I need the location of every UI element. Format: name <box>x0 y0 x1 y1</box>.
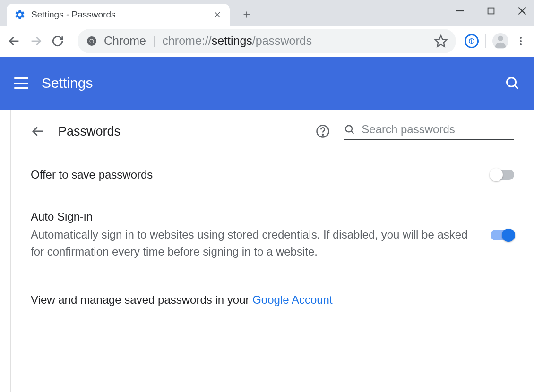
browser-tab[interactable]: Settings - Passwords <box>7 4 230 26</box>
svg-rect-5 <box>488 8 494 14</box>
svg-point-20 <box>507 78 516 87</box>
toolbar-divider <box>485 34 486 48</box>
setting-label: Offer to save passwords <box>31 168 476 181</box>
account-link-row: View and manage saved passwords in your … <box>11 274 534 316</box>
account-link-prefix: View and manage saved passwords in your <box>31 293 252 306</box>
address-text: Chrome | chrome://settings/passwords <box>104 34 312 48</box>
nav-back-button[interactable] <box>8 34 21 48</box>
toggle-knob <box>502 229 515 242</box>
setting-offer-save: Offer to save passwords <box>11 154 534 196</box>
extension-icon[interactable] <box>465 34 479 48</box>
settings-title: Settings <box>42 75 93 91</box>
toolbar-right <box>465 33 526 49</box>
chrome-icon <box>86 35 97 47</box>
omnibox-label: Chrome <box>104 34 146 48</box>
auto-signin-toggle[interactable] <box>491 230 514 240</box>
setting-text: Offer to save passwords <box>31 168 491 181</box>
page-heading: Passwords <box>58 124 121 139</box>
svg-point-19 <box>520 43 522 45</box>
toggle-knob <box>490 168 503 181</box>
help-icon[interactable] <box>316 124 330 138</box>
address-bar[interactable]: Chrome | chrome://settings/passwords <box>78 29 456 53</box>
password-search-box[interactable] <box>344 123 514 140</box>
url-sub: /passwords <box>252 34 312 48</box>
password-search-input[interactable] <box>362 123 514 136</box>
browser-toolbar: Chrome | chrome://settings/passwords <box>0 26 534 57</box>
minimize-button[interactable] <box>453 4 467 18</box>
window-controls <box>453 4 529 18</box>
svg-line-21 <box>515 85 518 89</box>
url-path: settings <box>212 34 252 48</box>
url-scheme: chrome:// <box>162 34 211 48</box>
bookmark-star-icon[interactable] <box>434 34 448 48</box>
profile-avatar[interactable] <box>492 33 508 49</box>
google-account-link[interactable]: Google Account <box>252 293 332 306</box>
gear-icon <box>14 9 26 20</box>
close-icon[interactable] <box>213 10 222 19</box>
setting-description: Automatically sign in to websites using … <box>31 226 476 260</box>
nav-forward-button[interactable] <box>29 34 43 48</box>
svg-point-17 <box>520 37 522 39</box>
settings-header: Settings <box>0 57 534 110</box>
new-tab-button[interactable] <box>238 6 255 23</box>
svg-point-24 <box>322 134 323 135</box>
setting-label: Auto Sign-in <box>31 210 476 223</box>
svg-point-16 <box>498 35 503 41</box>
svg-point-12 <box>90 39 94 43</box>
content-header-right <box>316 123 514 140</box>
content-header: Passwords <box>11 123 534 154</box>
search-icon[interactable] <box>505 76 520 91</box>
back-arrow-icon[interactable] <box>31 124 45 138</box>
svg-line-26 <box>351 131 353 133</box>
maximize-button[interactable] <box>484 4 498 18</box>
setting-text: Auto Sign-in Automatically sign in to we… <box>31 210 491 260</box>
setting-auto-signin: Auto Sign-in Automatically sign in to we… <box>11 196 534 274</box>
window-tab-bar: Settings - Passwords <box>0 0 534 26</box>
search-icon <box>344 123 355 136</box>
hamburger-menu-icon[interactable] <box>14 77 28 89</box>
svg-point-18 <box>520 40 522 42</box>
svg-point-25 <box>345 126 352 132</box>
settings-content: Passwords Offer to save passwords Auto <box>10 110 534 392</box>
offer-save-toggle[interactable] <box>491 170 514 180</box>
kebab-menu-icon[interactable] <box>515 35 526 47</box>
svg-marker-13 <box>435 35 446 46</box>
reload-button[interactable] <box>51 34 64 48</box>
window-close-button[interactable] <box>515 4 529 18</box>
tab-title: Settings - Passwords <box>31 9 207 20</box>
